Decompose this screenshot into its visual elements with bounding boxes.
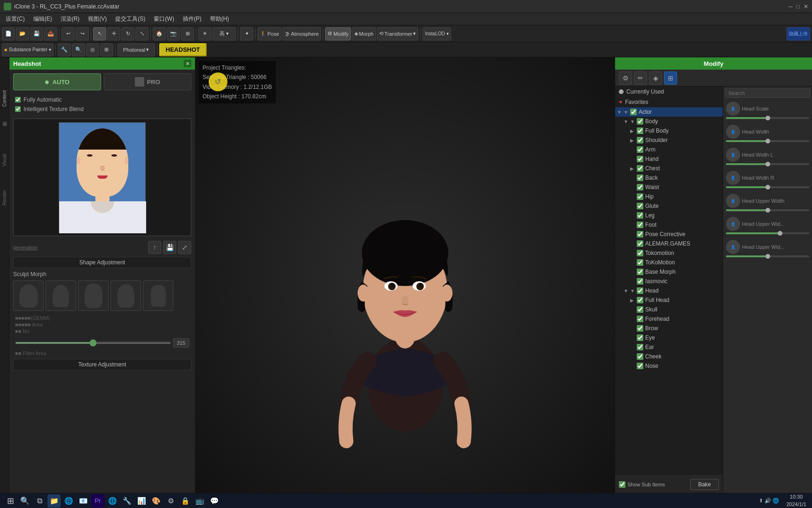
tree-item-glute[interactable]: Glute: [615, 201, 723, 211]
select-btn[interactable]: ↖: [93, 27, 106, 40]
tree-head-item-full head[interactable]: ▶ Full Head: [615, 295, 723, 305]
tree-item-waist[interactable]: Waist: [615, 183, 723, 192]
tree-item-shoulder[interactable]: ▶ Shoulder: [615, 135, 723, 145]
head-upper-width-l-handle[interactable]: [778, 231, 782, 236]
export-photo-btn[interactable]: ↑: [148, 241, 161, 254]
premiere-btn[interactable]: Pr: [91, 494, 104, 508]
tool3-btn[interactable]: ◎: [86, 43, 99, 56]
menu-render[interactable]: 渲染(R): [57, 14, 84, 24]
modify-icon-4[interactable]: ⊞: [664, 71, 677, 85]
tree-actor[interactable]: ▼ ▼ Actor: [615, 107, 723, 117]
minimize-btn[interactable]: ─: [789, 3, 793, 10]
headshot-close-btn[interactable]: ✕: [184, 60, 191, 67]
content-tab[interactable]: Content: [1, 86, 8, 111]
actor-collapse-arrow[interactable]: ▼: [624, 110, 630, 115]
tree-head-item-forehead[interactable]: Forehead: [615, 314, 723, 324]
search-btn[interactable]: 🔍: [18, 494, 31, 508]
tree-item-alemar.games[interactable]: ALEMAR.GAMES: [615, 239, 723, 248]
tree-item-hip[interactable]: Hip: [615, 192, 723, 201]
menu-edit[interactable]: 编辑(E): [30, 14, 56, 24]
mail-btn[interactable]: 📧: [77, 494, 90, 508]
tree-item-tokomotion[interactable]: Tokomotion: [615, 248, 723, 258]
menu-window[interactable]: 窗口(W): [150, 14, 178, 24]
pro-mode-btn[interactable]: PRO: [104, 73, 192, 90]
actor-checkbox[interactable]: [630, 109, 637, 115]
expand-photo-btn[interactable]: ⤢: [178, 241, 191, 254]
morph-icon-5[interactable]: [143, 280, 173, 311]
menu-submit[interactable]: 提交工具(S): [111, 14, 149, 24]
grid-btn[interactable]: ⊞: [181, 27, 194, 40]
move-btn[interactable]: ✛: [107, 27, 120, 40]
light-btn[interactable]: ☀: [198, 27, 211, 40]
motion-tab[interactable]: 拾音: [0, 126, 9, 135]
app3-btn[interactable]: 🎨: [149, 494, 163, 508]
tool2-btn[interactable]: 🔍: [72, 43, 85, 56]
tree-item-leg[interactable]: Leg: [615, 211, 723, 220]
head-upper-width-handle[interactable]: [765, 208, 770, 213]
head-checkbox[interactable]: [637, 287, 643, 294]
tree-head-item-eye[interactable]: Eye: [615, 333, 723, 342]
modify-icon-1[interactable]: ⚙: [619, 71, 632, 85]
transformer-btn[interactable]: ⟲ Transformer ▾: [377, 27, 419, 40]
body-arrow[interactable]: ▼: [624, 119, 630, 124]
tree-head-item-skull[interactable]: Skull: [615, 305, 723, 314]
head-collapse[interactable]: ▼: [630, 288, 637, 294]
menu-view[interactable]: 视图(V): [84, 14, 110, 24]
home-btn[interactable]: 🏠: [153, 27, 166, 40]
undo-btn[interactable]: ↩: [62, 27, 75, 40]
app1-btn[interactable]: 🔧: [120, 494, 133, 508]
menu-plugin[interactable]: 插件(P): [179, 14, 205, 24]
tree-head-item-brow[interactable]: Brow: [615, 324, 723, 333]
tree-head-item-nose[interactable]: Nose: [615, 361, 723, 371]
headshot-btn[interactable]: HEADSHOT: [159, 43, 207, 56]
fully-automatic-checkbox[interactable]: [15, 97, 21, 103]
head-upper-width-r-handle[interactable]: [765, 254, 770, 259]
chrome-btn[interactable]: 🌐: [106, 494, 119, 508]
tree-head-item-cheek[interactable]: Cheek: [615, 352, 723, 361]
tree-item-foot[interactable]: Foot: [615, 220, 723, 230]
save-photo-btn[interactable]: 💾: [163, 241, 176, 254]
tree-item-pose-corrective[interactable]: Pose Corrective: [615, 230, 723, 239]
head-width-r-handle[interactable]: [765, 185, 770, 190]
renderer-btn[interactable]: Photoreal ▾: [117, 43, 155, 56]
morph-icon-4[interactable]: [110, 280, 141, 311]
redo-btn[interactable]: ↪: [76, 27, 89, 40]
camera-btn[interactable]: 📷: [167, 27, 180, 40]
open-btn[interactable]: 📂: [16, 27, 29, 40]
morph-icon-2[interactable]: [46, 280, 76, 311]
app6-btn[interactable]: 📺: [193, 494, 206, 508]
modify-icon-2[interactable]: ✏: [634, 71, 647, 85]
hide-show-btn[interactable]: 隐藏上传: [787, 27, 810, 40]
bake-button[interactable]: Bake: [690, 479, 719, 490]
intelligent-texture-checkbox[interactable]: [15, 106, 21, 112]
morph-icon-1[interactable]: [13, 280, 44, 311]
new-btn[interactable]: 📄: [2, 27, 15, 40]
head-arrow[interactable]: ▼: [624, 288, 630, 294]
tree-body[interactable]: ▼ ▼ Body: [615, 117, 723, 126]
export-btn[interactable]: 📤: [44, 27, 57, 40]
modify-btn[interactable]: ⚙ Modify: [325, 27, 351, 40]
system-tray[interactable]: ⬆ 🔊 🌐: [755, 494, 783, 508]
tree-item-back[interactable]: Back: [615, 173, 723, 183]
menu-help[interactable]: 帮助(H): [206, 14, 233, 24]
tree-item-arm[interactable]: Arm: [615, 145, 723, 154]
render-tab[interactable]: Render: [1, 185, 8, 210]
tree-item-tokomotion[interactable]: ToKoMotion: [615, 258, 723, 267]
slider-1[interactable]: [15, 342, 171, 344]
tree-favorites[interactable]: ♥ Favorites: [615, 97, 723, 107]
pose-btn[interactable]: 🚶 Pose: [258, 27, 281, 40]
morph-btn[interactable]: ◈ Morph: [352, 27, 376, 40]
tree-head[interactable]: ▼ ▼ Head: [615, 286, 723, 295]
auto-mode-btn[interactable]: ● AUTO: [13, 73, 101, 90]
menu-settings[interactable]: 设置(C): [2, 14, 29, 24]
app7-btn[interactable]: 💬: [208, 494, 221, 508]
edge-btn[interactable]: 🌐: [62, 494, 75, 508]
visual-tab[interactable]: Visual: [1, 149, 8, 171]
tree-item-hand[interactable]: Hand: [615, 154, 723, 164]
show-sub-items-checkbox[interactable]: [619, 481, 625, 488]
morph-icon-3[interactable]: [78, 280, 109, 311]
quality-btn[interactable]: 高 ▾: [212, 27, 236, 40]
app4-btn[interactable]: ⚙: [164, 494, 177, 508]
tree-item-base-morph[interactable]: Base Morph: [615, 267, 723, 277]
start-btn[interactable]: ⊞: [4, 494, 17, 508]
